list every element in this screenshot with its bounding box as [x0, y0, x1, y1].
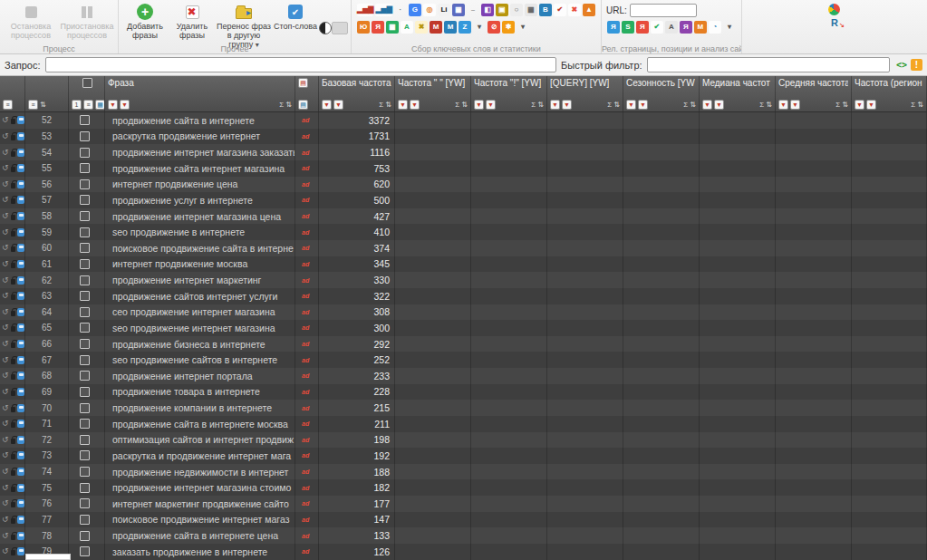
phrase-cell[interactable]: продвижение интернет магазина заказать	[105, 144, 295, 160]
shield-icon[interactable]	[17, 388, 24, 396]
shield-icon[interactable]	[17, 212, 24, 220]
select-all-checkbox[interactable]	[82, 78, 92, 88]
lock-icon[interactable]	[11, 198, 16, 204]
shield-icon[interactable]	[17, 484, 24, 492]
row-checkbox[interactable]	[80, 195, 90, 205]
table-row[interactable]: ↺ 65 seo продвижение интернет магазина a…	[0, 320, 927, 336]
table-row[interactable]: ↺ 53 раскрутка продвижение интернет ad 1…	[0, 129, 927, 145]
filter-icon[interactable]: ▼	[778, 100, 788, 110]
lock-icon[interactable]	[11, 183, 16, 188]
rank-icon[interactable]: R	[831, 17, 838, 28]
phrase-cell[interactable]: продвижение сайта интернет магазина	[105, 160, 295, 177]
phrase-cell[interactable]: продвижение товара в интернете	[105, 384, 295, 401]
refresh-icon[interactable]: ↺	[2, 244, 9, 252]
sort-icon[interactable]: ⇅	[537, 101, 544, 109]
horizontal-scrollbar[interactable]	[25, 554, 71, 560]
table-row[interactable]: ↺ 67 seo продвижение сайтов в интернете …	[0, 352, 927, 368]
direct-ad-icon[interactable]: ad	[302, 213, 309, 219]
table-row[interactable]: ↺ 55 продвижение сайта интернет магазина…	[0, 160, 927, 177]
sum-icon[interactable]: Σ	[683, 101, 688, 109]
row-checkbox[interactable]	[80, 115, 90, 125]
row-checkbox[interactable]	[80, 275, 90, 285]
lock-icon[interactable]	[11, 487, 16, 492]
shield-icon[interactable]	[17, 180, 24, 188]
chevron-down-icon[interactable]: ▾	[473, 21, 486, 34]
sort-icon[interactable]: ⇅	[842, 101, 848, 109]
sum-icon[interactable]: Σ	[531, 101, 536, 109]
refresh-icon[interactable]: ↺	[2, 436, 9, 444]
sort-icon[interactable]: ⇅	[613, 101, 620, 109]
phrase-cell[interactable]: раскрутка продвижение интернет	[105, 129, 295, 145]
snapshot-icon[interactable]: ▣	[496, 4, 508, 16]
filter-clear-icon[interactable]: ▼	[562, 100, 572, 110]
lock-icon[interactable]	[11, 535, 16, 540]
target-icon[interactable]: ◎	[423, 4, 436, 16]
pie-chart-icon[interactable]	[828, 4, 840, 15]
flame-icon[interactable]: ▲	[583, 4, 595, 16]
sum-icon[interactable]: Σ	[759, 101, 764, 109]
filter-icon[interactable]: ▼	[398, 100, 408, 110]
row-checkbox[interactable]	[80, 531, 90, 541]
delete-red-icon[interactable]: ✖	[568, 4, 581, 16]
phrase-cell[interactable]: оптимизация сайтов и интернет продвиж	[105, 432, 295, 449]
shield-icon[interactable]	[17, 308, 24, 316]
direct-ad-icon[interactable]: ad	[302, 372, 309, 379]
grid-green-icon[interactable]: ▦	[386, 21, 399, 34]
refresh-icon[interactable]: ↺	[2, 323, 9, 332]
refresh-icon[interactable]: ↺	[2, 132, 9, 140]
refresh-icon[interactable]: ↺	[2, 292, 9, 300]
shield-icon[interactable]	[17, 372, 24, 380]
lock-icon[interactable]	[11, 502, 16, 507]
phrase-cell[interactable]: сео продвижение интернет магазина	[105, 304, 295, 321]
sort-icon[interactable]: ⇅	[285, 101, 292, 109]
row-checkbox[interactable]	[80, 243, 90, 253]
row-checkbox[interactable]	[80, 403, 90, 413]
table-row[interactable]: ↺ 59 seo продвижение в интернете ad 410	[0, 224, 927, 240]
shield-icon[interactable]	[17, 340, 24, 348]
row-checkbox[interactable]	[80, 179, 90, 189]
m-red-icon[interactable]: M	[430, 21, 442, 34]
lock-icon[interactable]	[11, 294, 16, 300]
direct-ad-icon[interactable]: ad	[302, 324, 309, 331]
shield-icon[interactable]	[17, 260, 24, 268]
filter-clear-icon[interactable]: ▼	[714, 100, 724, 110]
header-column[interactable]: Частота " " [YW] ▼ ▼ Σ ⇅	[395, 76, 471, 111]
refresh-icon[interactable]: ↺	[2, 164, 9, 172]
clock-blue-icon[interactable]: ◔	[709, 21, 721, 34]
move-phrases-button[interactable]: Перенос фраз в другую группу ▾	[216, 1, 272, 50]
sum-icon[interactable]: Σ	[455, 101, 459, 109]
direct-blue-icon[interactable]: ◧	[481, 4, 494, 16]
direct-ad-icon[interactable]: ad	[302, 500, 309, 507]
refresh-icon[interactable]: ↺	[2, 451, 9, 459]
phrase-cell[interactable]: продвижение сайтов интернет услуги	[105, 288, 295, 304]
menu-icon[interactable]: ≡	[83, 100, 93, 110]
refresh-icon[interactable]: ↺	[2, 420, 9, 428]
sum-icon[interactable]: Σ	[607, 101, 612, 109]
direct-ad-icon[interactable]: ad	[302, 357, 309, 363]
youla-icon[interactable]: Ю	[357, 21, 370, 34]
grid-icon[interactable]: ▦	[95, 100, 105, 110]
row-checkbox[interactable]	[80, 259, 90, 269]
header-column[interactable]: Базовая частота ▼ ▼ Σ ⇅	[319, 76, 395, 111]
stop-sign-icon[interactable]: ⊘	[488, 21, 500, 34]
search-stat-icon[interactable]: ○	[510, 4, 523, 16]
refresh-icon[interactable]: ↺	[2, 212, 9, 220]
x-yellow-icon[interactable]: ✖	[415, 21, 428, 34]
shield-icon[interactable]	[17, 132, 24, 140]
table-row[interactable]: ↺ 61 интернет продвижение москва ad 345	[0, 256, 927, 273]
refresh-icon[interactable]: ↺	[2, 196, 9, 204]
filter-icon[interactable]: ▼	[474, 100, 484, 110]
direct-ad-icon[interactable]: ad	[302, 133, 309, 140]
row-checkbox[interactable]	[80, 291, 90, 301]
sort-icon[interactable]: ⇅	[917, 101, 923, 109]
direct-ad-icon[interactable]: ad	[302, 517, 309, 523]
direct-doc-icon[interactable]: ▤	[298, 78, 308, 88]
row-checkbox[interactable]	[80, 419, 90, 429]
phrase-cell[interactable]: интернет маркетинг продвижение сайто	[105, 496, 295, 512]
shield-icon[interactable]	[17, 356, 24, 364]
shield-icon[interactable]	[17, 404, 24, 412]
lock-icon[interactable]	[11, 391, 16, 396]
lock-icon[interactable]	[11, 359, 16, 364]
direct-ad-icon[interactable]: ad	[302, 341, 309, 347]
lock-icon[interactable]	[11, 374, 16, 380]
